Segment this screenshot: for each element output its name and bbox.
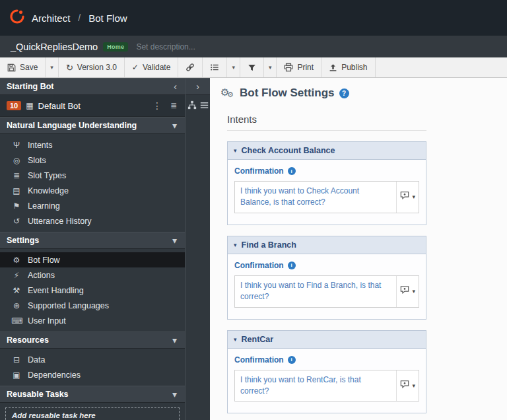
- intent-card-check-account-balance: ▾ Check Account Balance Confirmation i I…: [227, 141, 426, 225]
- sitemap-view-icon[interactable]: [187, 100, 197, 112]
- sidebar-item-intents[interactable]: Ψ Intents: [0, 137, 185, 153]
- resources-section-label: Resources: [7, 335, 49, 345]
- chevron-down-icon[interactable]: ▾: [412, 288, 415, 295]
- confirmation-label: Confirmation: [234, 355, 284, 365]
- intent-card-header[interactable]: ▾ RentCar: [228, 331, 426, 349]
- add-reusable-task-input[interactable]: Add reusable task here: [5, 407, 180, 420]
- intents-icon: Ψ: [11, 141, 22, 150]
- top-header: Architect / Bot Flow: [0, 0, 507, 36]
- confirmation-label-row: Confirmation i: [234, 261, 419, 270]
- filter-button[interactable]: [240, 57, 264, 77]
- intent-card-header[interactable]: ▾ Find a Branch: [228, 236, 426, 254]
- chevron-down-icon: ▾: [171, 120, 178, 131]
- version-history-icon: ↻: [66, 63, 73, 73]
- sidebar-item-slot-types[interactable]: ≣ Slot Types: [0, 168, 185, 183]
- confirmation-value[interactable]: I think you want to RentCar, is that cor…: [235, 370, 396, 402]
- sidebar-item-dependencies[interactable]: ▣ Dependencies: [0, 367, 185, 382]
- intent-card-body: Confirmation i I think you want to RentC…: [228, 349, 426, 413]
- supported-languages-icon: ⊛: [11, 301, 22, 310]
- sidebar-item-label: Event Handling: [28, 286, 84, 295]
- toolbar: Save ▾ ↻ Version 3.0 ✓ Validate ▾ ▾: [0, 57, 507, 78]
- list-icon: [210, 63, 219, 72]
- chevron-down-icon: ▾: [171, 235, 178, 246]
- intent-name: Check Account Balance: [242, 146, 335, 155]
- reusable-tasks-section-header[interactable]: Reusable Tasks ▾: [0, 386, 185, 403]
- link-icon: [186, 63, 195, 72]
- list-view-icon[interactable]: [200, 100, 209, 112]
- sidebar-item-label: Bot Flow: [28, 256, 60, 265]
- starting-bot-header[interactable]: Starting Bot ‹: [0, 78, 185, 95]
- sidebar-item-utterance-history[interactable]: ↺ Utterance History: [0, 213, 185, 228]
- settings-section-label: Settings: [7, 236, 39, 245]
- toc-list-dropdown-caret[interactable]: ▾: [227, 57, 240, 77]
- intent-name: RentCar: [242, 335, 274, 344]
- settings-gears-icon: ⚙ ⚙: [220, 87, 235, 100]
- validate-button[interactable]: ✓ Validate: [125, 57, 179, 77]
- intent-name: Find a Branch: [242, 240, 296, 250]
- intent-card-body: Confirmation i I think you want to Check…: [228, 160, 426, 225]
- confirmation-value[interactable]: I think you want to Find a Branch, is th…: [235, 276, 396, 307]
- nlu-section-header[interactable]: Natural Language Understanding ▾: [0, 117, 185, 134]
- intent-card-header[interactable]: ▾ Check Account Balance: [228, 142, 426, 160]
- collapse-panel-chevron-left-icon[interactable]: ‹: [172, 81, 178, 92]
- sidebar-item-data[interactable]: ⊟ Data: [0, 352, 185, 367]
- info-icon[interactable]: i: [288, 262, 296, 269]
- save-label: Save: [20, 63, 38, 72]
- sidebar-item-event-handling[interactable]: ⚒ Event Handling: [0, 283, 185, 298]
- chevron-down-icon: ▾: [234, 242, 237, 248]
- chevron-down-icon[interactable]: ▾: [412, 382, 415, 389]
- bot-list-icon[interactable]: ≣: [169, 101, 178, 110]
- confirmation-value[interactable]: I think you want to Check Account Balanc…: [235, 182, 396, 213]
- sidebar-item-knowledge[interactable]: ▤ Knowledge: [0, 183, 185, 198]
- save-dropdown-caret[interactable]: ▾: [46, 57, 59, 77]
- sidebar-item-supported-languages[interactable]: ⊛ Supported Languages: [0, 298, 185, 313]
- sidebar-item-label: Slots: [28, 156, 46, 165]
- flow-name: _QuickRepliesDemo: [11, 42, 98, 52]
- sidebar-item-label: Actions: [28, 271, 55, 280]
- communication-bubble-icon[interactable]: [400, 380, 409, 392]
- sidebar-item-slots[interactable]: ◎ Slots: [0, 153, 185, 168]
- expand-panel-chevron-right-icon[interactable]: ›: [186, 78, 210, 95]
- sidebar-item-learning[interactable]: ⚑ Learning: [0, 198, 185, 213]
- save-button[interactable]: Save: [0, 57, 46, 77]
- sidebar-item-actions[interactable]: ⚡ Actions: [0, 267, 185, 283]
- help-icon[interactable]: ?: [339, 88, 349, 98]
- link-button[interactable]: [178, 57, 203, 77]
- default-bot-label: Default Bot: [38, 101, 81, 111]
- resources-section-header[interactable]: Resources ▾: [0, 332, 185, 349]
- sidebar: Starting Bot ‹ 10 ▦ Default Bot ⋮ ≣ Natu…: [0, 78, 185, 420]
- confirmation-input[interactable]: I think you want to RentCar, is that cor…: [234, 370, 419, 402]
- print-label: Print: [297, 63, 314, 72]
- confirmation-label-row: Confirmation i: [234, 355, 419, 365]
- confirmation-input-controls[interactable]: ▾: [396, 182, 419, 213]
- sidebar-item-bot-flow[interactable]: ⚙ Bot Flow: [0, 252, 185, 267]
- communication-bubble-icon[interactable]: [400, 191, 409, 203]
- chevron-down-icon[interactable]: ▾: [412, 193, 415, 200]
- communication-bubble-icon[interactable]: [400, 285, 409, 297]
- app-name[interactable]: Architect: [32, 13, 70, 24]
- confirmation-label-row: Confirmation i: [234, 166, 419, 176]
- settings-section-header[interactable]: Settings ▾: [0, 232, 185, 249]
- bot-kebab-menu-icon[interactable]: ⋮: [150, 100, 164, 111]
- save-icon: [7, 63, 16, 72]
- confirmation-label: Confirmation: [234, 261, 284, 270]
- filter-dropdown-caret[interactable]: ▾: [264, 57, 277, 77]
- version-label: Version 3.0: [77, 63, 117, 72]
- flow-description-placeholder[interactable]: Set description...: [136, 42, 195, 52]
- sidebar-item-label: Utterance History: [28, 217, 92, 226]
- info-icon[interactable]: i: [288, 356, 296, 364]
- version-button[interactable]: ↻ Version 3.0: [59, 57, 125, 77]
- nlu-items: Ψ Intents ◎ Slots ≣ Slot Types ▤ Knowled…: [0, 134, 185, 232]
- info-icon[interactable]: i: [288, 167, 296, 175]
- confirmation-input[interactable]: I think you want to Check Account Balanc…: [234, 181, 419, 213]
- sidebar-item-label: Intents: [28, 141, 53, 150]
- toc-list-button[interactable]: [203, 57, 227, 77]
- confirmation-input-controls[interactable]: ▾: [396, 370, 419, 402]
- default-bot-row[interactable]: 10 ▦ Default Bot ⋮ ≣: [0, 95, 185, 117]
- confirmation-input[interactable]: I think you want to Find a Branch, is th…: [234, 275, 419, 308]
- sidebar-item-user-input[interactable]: ⌨ User Input: [0, 313, 185, 328]
- event-handling-icon: ⚒: [11, 286, 22, 295]
- publish-button[interactable]: Publish: [321, 57, 375, 77]
- confirmation-input-controls[interactable]: ▾: [396, 276, 419, 307]
- print-button[interactable]: Print: [277, 57, 321, 77]
